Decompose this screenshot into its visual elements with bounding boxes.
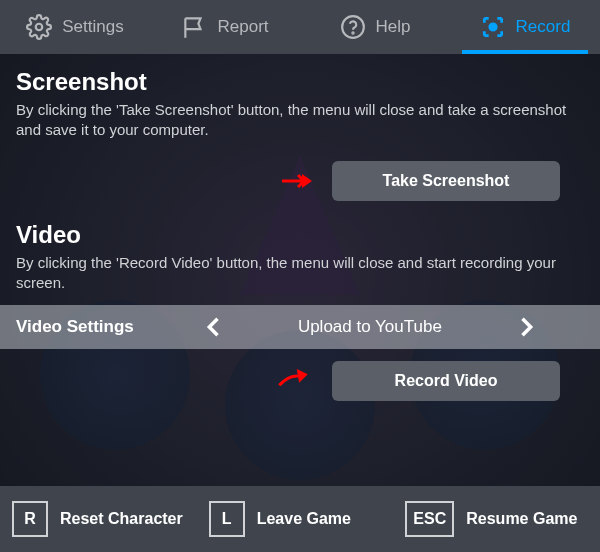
screenshot-section: Screenshot By clicking the 'Take Screens… [0,54,600,149]
annotation-arrow-icon [280,171,312,191]
footer-bar: R Reset Character L Leave Game ESC Resum… [0,486,600,552]
footer-label: Reset Character [60,510,183,528]
svg-marker-4 [302,174,312,188]
record-icon [480,14,506,40]
reset-character-button[interactable]: R Reset Character [12,501,195,537]
flag-icon [181,14,207,40]
leave-game-button[interactable]: L Leave Game [209,501,392,537]
video-section: Video By clicking the 'Record Video' but… [0,207,600,302]
chevron-left-icon[interactable] [200,313,228,341]
keycap: R [12,501,48,537]
tab-help[interactable]: Help [300,0,450,54]
svg-point-2 [352,32,353,33]
video-settings-value: Upload to YouTube [298,317,442,337]
take-screenshot-button[interactable]: Take Screenshot [332,161,560,201]
video-settings-row: Video Settings Upload to YouTube [0,305,600,349]
tab-label: Report [217,17,268,37]
gear-icon [26,14,52,40]
keycap: ESC [405,501,454,537]
svg-marker-5 [297,367,309,383]
screenshot-desc: By clicking the 'Take Screenshot' button… [16,100,584,141]
tab-label: Settings [62,17,123,37]
video-settings-label: Video Settings [0,317,150,337]
tab-label: Help [376,17,411,37]
video-title: Video [16,221,584,249]
tab-settings[interactable]: Settings [0,0,150,54]
help-icon [340,14,366,40]
tab-report[interactable]: Report [150,0,300,54]
tab-bar: Settings Report Help Record [0,0,600,54]
resume-game-button[interactable]: ESC Resume Game [405,501,588,537]
screenshot-title: Screenshot [16,68,584,96]
keycap: L [209,501,245,537]
svg-point-3 [489,24,496,31]
footer-label: Leave Game [257,510,351,528]
chevron-right-icon[interactable] [512,313,540,341]
footer-label: Resume Game [466,510,577,528]
tab-record[interactable]: Record [450,0,600,54]
svg-point-0 [36,24,43,31]
record-video-button[interactable]: Record Video [332,361,560,401]
video-desc: By clicking the 'Record Video' button, t… [16,253,584,294]
tab-label: Record [516,17,571,37]
annotation-arrow-icon [275,364,310,389]
